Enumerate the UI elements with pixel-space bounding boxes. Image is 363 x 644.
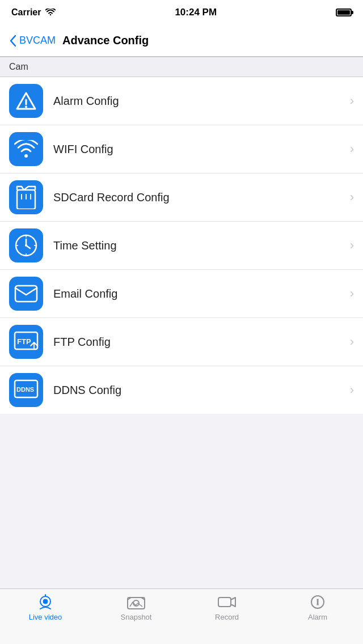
sdcard-config-label: SDCard Record Config: [53, 191, 350, 204]
svg-rect-24: [128, 598, 145, 609]
live-video-tab-icon: [35, 594, 56, 611]
record-icon: [217, 594, 237, 610]
ddns-chevron: ›: [350, 383, 354, 397]
sdcard-chevron: ›: [350, 190, 354, 205]
sdcard-icon: [16, 185, 36, 209]
wifi-chevron: ›: [350, 142, 354, 156]
camera-live-icon: [36, 594, 55, 610]
nav-bar: BVCAM Advance Config: [0, 25, 363, 57]
alarm-icon-container: [9, 84, 43, 118]
svg-text:DDNS: DDNS: [16, 386, 34, 393]
main-content: Cam Alarm Config ›: [0, 57, 363, 588]
svg-text:!: !: [316, 598, 319, 607]
battery-fill: [337, 10, 350, 15]
svg-rect-15: [15, 286, 37, 302]
alarm-tab-icon: !: [307, 594, 328, 611]
time-chevron: ›: [350, 238, 354, 253]
svg-point-2: [24, 154, 28, 158]
tab-live-video[interactable]: Live video: [0, 594, 91, 621]
wifi-status-icon: [45, 9, 56, 16]
email-icon: [14, 285, 38, 303]
ftp-config-label: FTP Config: [53, 336, 350, 349]
record-tab-icon: [217, 594, 237, 611]
carrier-label: Carrier: [11, 7, 41, 18]
back-button[interactable]: BVCAM: [9, 35, 56, 47]
alarm-tab-label: Alarm: [308, 613, 327, 621]
status-right: [336, 9, 352, 16]
snapshot-tab-icon: [126, 594, 146, 611]
ddns-icon: DDNS: [14, 379, 39, 401]
wifi-icon-container: [9, 132, 43, 166]
status-bar: Carrier 10:24 PM: [0, 0, 363, 25]
time-icon-container: [9, 228, 43, 262]
ftp-icon: FTP: [14, 331, 39, 353]
list-item-email[interactable]: Email Config ›: [0, 270, 363, 318]
back-chevron-icon: [9, 35, 17, 47]
list-item-wifi[interactable]: WIFI Config ›: [0, 125, 363, 173]
status-time: 10:24 PM: [175, 7, 217, 18]
time-setting-label: Time Setting: [53, 239, 350, 252]
tab-record[interactable]: Record: [182, 594, 272, 621]
list-item-alarm[interactable]: Alarm Config ›: [0, 77, 363, 125]
tab-bar: Live video Snapshot Record: [0, 588, 363, 644]
list-item-time[interactable]: Time Setting ›: [0, 222, 363, 270]
wifi-config-icon: [14, 140, 38, 158]
email-icon-container: [9, 277, 43, 311]
record-tab-label: Record: [215, 613, 239, 621]
email-config-label: Email Config: [53, 287, 350, 300]
svg-point-10: [25, 244, 27, 247]
ddns-config-label: DDNS Config: [53, 384, 350, 397]
ftp-chevron: ›: [350, 334, 354, 349]
ftp-icon-container: FTP: [9, 325, 43, 359]
alarm-triangle-icon: [15, 91, 37, 111]
config-list: Alarm Config › WIFI Config ›: [0, 77, 363, 414]
tab-alarm[interactable]: ! Alarm: [272, 594, 363, 621]
sdcard-icon-container: [9, 180, 43, 214]
battery-icon: [336, 9, 352, 16]
list-item-ddns[interactable]: DDNS DDNS Config ›: [0, 366, 363, 414]
svg-point-22: [43, 599, 48, 604]
snapshot-icon: [126, 594, 146, 610]
clock-icon: [14, 234, 38, 257]
back-label: BVCAM: [19, 35, 56, 46]
live-video-tab-label: Live video: [29, 613, 62, 621]
list-item-sdcard[interactable]: SDCard Record Config ›: [0, 173, 363, 222]
list-item-ftp[interactable]: FTP FTP Config ›: [0, 318, 363, 366]
ddns-icon-container: DDNS: [9, 373, 43, 407]
wifi-config-label: WIFI Config: [53, 143, 350, 156]
snapshot-tab-label: Snapshot: [121, 613, 152, 621]
status-left: Carrier: [11, 7, 56, 18]
email-chevron: ›: [350, 286, 354, 301]
svg-point-1: [25, 106, 27, 108]
alarm-tab-svg-icon: !: [308, 594, 327, 610]
alarm-config-label: Alarm Config: [53, 95, 350, 108]
section-header: Cam: [0, 57, 363, 77]
svg-rect-26: [218, 598, 231, 607]
svg-text:FTP: FTP: [17, 337, 31, 346]
page-title: Advance Config: [62, 34, 149, 47]
tab-snapshot[interactable]: Snapshot: [91, 594, 182, 621]
alarm-chevron: ›: [350, 94, 354, 108]
